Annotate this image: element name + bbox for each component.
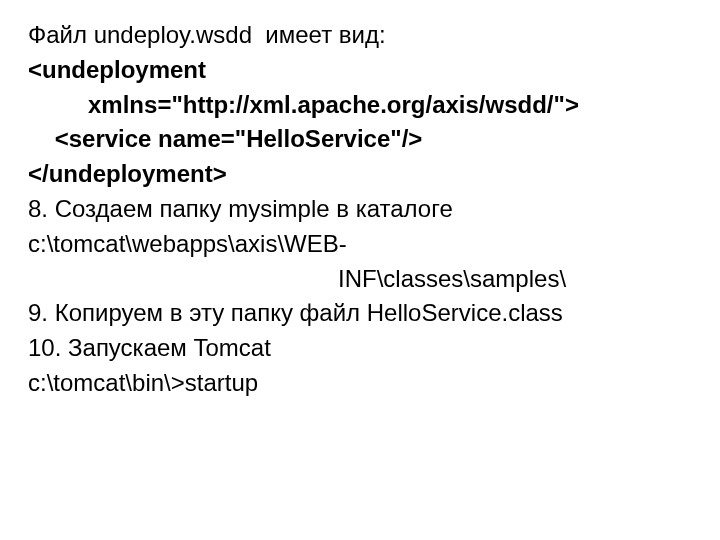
text-line-step10: 10. Запускаем Tomcat [28, 331, 700, 366]
code-line-undeployment-open: <undeployment [28, 53, 700, 88]
code-line-service: <service name="HelloService"/> [28, 122, 700, 157]
code-line-xmlns: xmlns="http://xml.apache.org/axis/wsdd/"… [28, 88, 700, 123]
text-line-intro: Файл undeploy.wsdd имеет вид: [28, 18, 700, 53]
document-page: Файл undeploy.wsdd имеет вид: <undeploym… [0, 0, 720, 421]
text-line-step9: 9. Копируем в эту папку файл HelloServic… [28, 296, 700, 331]
text-line-startup: c:\tomcat\bin\>startup [28, 366, 700, 401]
text-line-path1: c:\tomcat\webapps\axis\WEB- [28, 227, 700, 262]
text-line-step8: 8. Создаем папку mysimple в каталоге [28, 192, 700, 227]
text-line-path2: INF\classes\samples\ [28, 262, 700, 297]
code-line-undeployment-close: </undeployment> [28, 157, 700, 192]
